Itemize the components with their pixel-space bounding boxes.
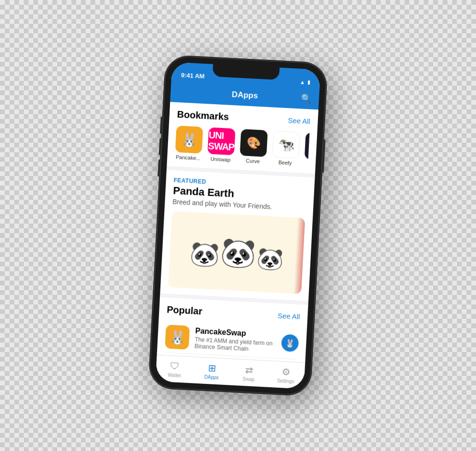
featured-section[interactable]: FEATURED Panda Earth Breed and play with… [160, 170, 315, 301]
header-title: DApps [231, 90, 258, 101]
uniswap-icon: UNISWAP [208, 127, 236, 156]
sushi-icon: S [305, 132, 310, 160]
phone-mockup: 9:41 AM ▲ ▮ DApps 🔍 Bookmar [149, 55, 327, 396]
dapps-label: DApps [204, 374, 219, 381]
panda-char-1: 🐼 [189, 239, 220, 268]
pancake-action-icon: 🐰 [285, 338, 295, 348]
panda-char-3: 🐼 [256, 245, 284, 272]
wallet-label: Wallet [168, 372, 181, 378]
popular-pancake-info: PancakeSwap The #1 AMM and yield farm on… [194, 327, 276, 354]
bookmark-sushi[interactable]: S Sushi [304, 132, 310, 167]
bookmarks-title: Bookmarks [177, 109, 229, 123]
battery-icon: ▮ [307, 79, 311, 85]
popular-pancake-action[interactable]: 🐰 [281, 334, 299, 352]
wallet-icon: 🛡 [170, 360, 180, 372]
dapps-icon: ⊞ [208, 362, 216, 374]
popular-pancake-icon: 🐰 [165, 324, 190, 350]
featured-banner[interactable]: 🐼 🐼 🐼 [168, 211, 305, 294]
main-content[interactable]: Bookmarks See All 🐰 Pancake... UNISWAP U… [156, 102, 318, 389]
bookmark-pancake[interactable]: 🐰 Pancake... [175, 126, 203, 161]
panda-characters: 🐼 🐼 🐼 [189, 233, 284, 272]
swap-icon: ⇄ [245, 364, 253, 376]
bookmarks-see-all[interactable]: See All [288, 116, 311, 125]
curve-icon: 🎨 [240, 129, 268, 157]
bookmark-curve[interactable]: 🎨 Curve [239, 129, 268, 165]
panda-char-2: 🐼 [219, 235, 257, 271]
bookmarks-row: 🐰 Pancake... UNISWAP Uniswap 🎨 Curve [175, 126, 309, 167]
pancake-icon: 🐰 [175, 126, 203, 154]
status-time: 9:41 AM [181, 71, 205, 80]
settings-icon: ⚙ [281, 366, 290, 378]
uniswap-label: Uniswap [210, 156, 231, 163]
beefy-label: Beefy [278, 159, 292, 166]
tab-settings[interactable]: ⚙ Settings [267, 365, 305, 385]
tab-swap[interactable]: ⇄ Swap [230, 363, 268, 383]
settings-label: Settings [277, 378, 295, 384]
bookmarks-section: Bookmarks See All 🐰 Pancake... UNISWAP U… [167, 102, 318, 174]
phone-frame: 9:41 AM ▲ ▮ DApps 🔍 Bookmar [149, 55, 327, 396]
curve-label: Curve [246, 158, 260, 165]
beefy-icon: 🐄 [272, 131, 300, 159]
swap-label: Swap [242, 376, 255, 382]
wifi-icon: ▲ [300, 79, 306, 85]
phone-screen: 9:41 AM ▲ ▮ DApps 🔍 Bookmar [156, 62, 321, 389]
partial-next-card [294, 218, 305, 294]
pancake-label: Pancake... [176, 154, 201, 161]
bookmarks-header: Bookmarks See All [177, 109, 310, 127]
bookmark-uniswap[interactable]: UNISWAP Uniswap [207, 127, 236, 163]
tab-wallet[interactable]: 🛡 Wallet [156, 360, 194, 379]
bookmark-beefy[interactable]: 🐄 Beefy [272, 131, 300, 167]
tab-dapps[interactable]: ⊞ DApps [193, 362, 231, 381]
popular-see-all[interactable]: See All [278, 312, 300, 321]
popular-title: Popular [167, 304, 203, 317]
search-icon[interactable]: 🔍 [301, 93, 312, 104]
status-icons: ▲ ▮ [300, 78, 311, 85]
popular-header: Popular See All [167, 304, 300, 322]
